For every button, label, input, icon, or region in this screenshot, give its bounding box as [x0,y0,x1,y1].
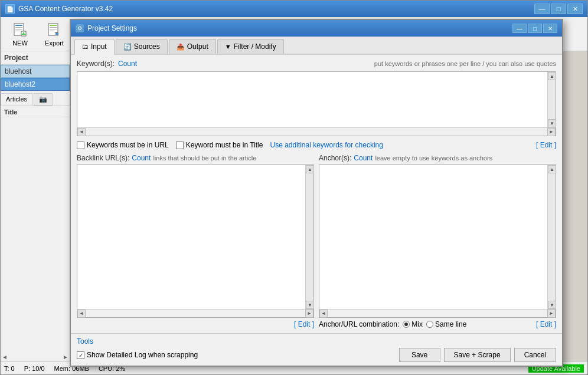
sidebar-section-title: Project [1,51,70,65]
tab-bar: 🗂 Input 🔄 Sources 📤 Output ▼ Filter / Mo… [71,37,562,55]
tab-filter-modify[interactable]: ▼ Filter / Modify [217,39,284,54]
backlink-textarea-container: ▲ ▼ ◄ ► [77,165,314,318]
dialog-titlebar-left: ⚙ Project Settings [76,24,137,32]
radio-mix[interactable]: Mix [403,320,423,328]
backlink-scroll-down[interactable]: ▼ [306,301,314,309]
anchor-header: Anchor(s): Count leave empty to use keyw… [319,154,556,162]
tab-photo[interactable]: 📷 [34,93,53,106]
backlink-scroll-left[interactable]: ◄ [77,310,86,318]
dialog-overlay: ⚙ Project Settings — □ ✕ 🗂 Input 🔄 Sourc… [0,0,588,375]
keyword-in-title-checkbox[interactable]: Keyword must be in Title [176,141,263,149]
keywords-in-url-checkbox[interactable]: Keywords must be in URL [77,141,169,149]
cancel-button[interactable]: Cancel [514,348,556,362]
anchor-count-link[interactable]: Count [354,154,373,162]
sidebar-col-header: Title [2,107,68,117]
backlink-scrollbar-v: ▲ ▼ [305,165,313,309]
keywords-textarea-container: ▲ ▼ ◄ ► [77,71,556,136]
anchor-scroll-right[interactable]: ► [547,310,556,318]
anchor-scroll-up[interactable]: ▲ [548,165,556,173]
anchor-textarea-container: ▲ ▼ ◄ ► [319,165,556,318]
tools-link[interactable]: Tools [77,337,93,346]
new-button[interactable]: NEW [4,20,36,48]
keyword-in-title-label: Keyword must be in Title [186,141,263,149]
show-log-checkbox[interactable]: Show Detailed Log when scrapping [77,351,198,359]
anchor-scrollbar-h: ◄ ► [319,309,556,317]
anchor-footer-row: Anchor/URL combination: Mix Same line [319,320,556,328]
maximize-button[interactable]: □ [551,4,566,14]
sidebar-item-bluehost[interactable]: bluehost [1,65,70,78]
dialog-maximize-button[interactable]: □ [528,24,542,33]
backlink-inner: ▲ ▼ [77,165,313,309]
keywords-scroll-down[interactable]: ▼ [548,119,556,127]
dialog-close-button[interactable]: ✕ [543,24,557,33]
show-log-box[interactable] [77,351,84,359]
keywords-scrollbar-v: ▲ ▼ [547,72,556,127]
tab-output-label: Output [187,42,208,51]
keywords-label: Keyword(s): [77,60,115,68]
backlink-count-link[interactable]: Count [132,154,151,162]
anchor-col: Anchor(s): Count leave empty to use keyw… [319,154,556,328]
anchor-hint: leave empty to use keywords as anchors [375,154,492,162]
backlink-input[interactable] [77,165,305,309]
export-icon [46,22,63,38]
close-button[interactable]: ✕ [567,4,583,14]
tab-input-label: Input [91,42,107,51]
tab-articles[interactable]: Articles [1,93,32,106]
save-scrape-button[interactable]: Save + Scrape [444,348,511,362]
dialog-title: Project Settings [87,24,137,32]
keywords-in-url-label: Keywords must be in URL [87,141,169,149]
radio-same-line-btn[interactable] [426,321,433,328]
footer-top: Tools [77,337,556,346]
keywords-header-row: Keyword(s): Count put keywords or phrase… [77,60,556,68]
tab-sources[interactable]: 🔄 Sources [116,39,168,54]
dialog-controls: — □ ✕ [512,24,557,33]
keywords-scroll-left[interactable]: ◄ [77,128,86,136]
new-icon [12,22,28,38]
scroll-left-icon[interactable]: ◄ [2,354,8,360]
keywords-in-url-box[interactable] [77,142,84,149]
use-additional-keywords-link[interactable]: Use additinal keywords for checking [270,141,383,149]
keywords-count-link[interactable]: Count [118,60,137,68]
sidebar-item-bluehost2[interactable]: bluehost2 [1,78,70,91]
radio-same-line[interactable]: Same line [426,320,466,328]
backlink-scroll-right[interactable]: ► [305,310,313,318]
keywords-scroll-track [548,80,556,119]
sidebar-content: Title [1,106,70,353]
svg-rect-1 [15,25,22,26]
svg-rect-14 [55,33,58,35]
svg-rect-10 [50,27,57,28]
keywords-scroll-right[interactable]: ► [547,128,556,136]
anchor-edit-link[interactable]: [ Edit ] [536,320,556,328]
keywords-input[interactable] [77,72,547,127]
tab-input[interactable]: 🗂 Input [74,39,115,55]
export-button[interactable]: Export [38,20,70,48]
backlink-scroll-up[interactable]: ▲ [306,165,314,173]
checkbox-row: Keywords must be in URL Keyword must be … [77,140,556,150]
two-col-area: Backlink URL(s): Count links that should… [77,154,556,328]
anchor-scroll-left[interactable]: ◄ [319,310,328,318]
sidebar: Project bluehost bluehost2 Articles 📷 Ti… [1,51,70,361]
edit-link-1: [ Edit ] [536,141,556,149]
radio-mix-btn[interactable] [403,321,410,328]
anchor-scrollbar-v: ▲ ▼ [547,165,556,309]
anchor-scroll-track [548,173,556,301]
filter-tab-icon: ▼ [225,43,231,50]
radio-mix-label: Mix [411,320,423,328]
input-tab-icon: 🗂 [82,43,89,50]
scroll-right-icon[interactable]: ► [63,354,68,360]
svg-rect-4 [15,31,20,31]
dialog-minimize-button[interactable]: — [512,24,527,33]
anchor-scroll-down[interactable]: ▼ [548,301,556,309]
keyword-in-title-box[interactable] [176,142,184,149]
dialog-body: 🗂 Input 🔄 Sources 📤 Output ▼ Filter / Mo… [71,37,562,366]
sidebar-tabs: Articles 📷 [1,93,70,106]
keywords-edit-link[interactable]: [ Edit ] [536,141,556,149]
tab-output[interactable]: 📤 Output [169,39,216,54]
backlink-edit-link[interactable]: [ Edit ] [294,320,314,328]
keywords-hint: put keywords or phrases one per line / y… [374,60,556,67]
minimize-button[interactable]: — [534,4,550,14]
save-button[interactable]: Save [399,348,440,362]
anchor-input[interactable] [319,165,547,309]
app-icon: 📄 [5,4,15,14]
keywords-scroll-up[interactable]: ▲ [548,72,556,80]
